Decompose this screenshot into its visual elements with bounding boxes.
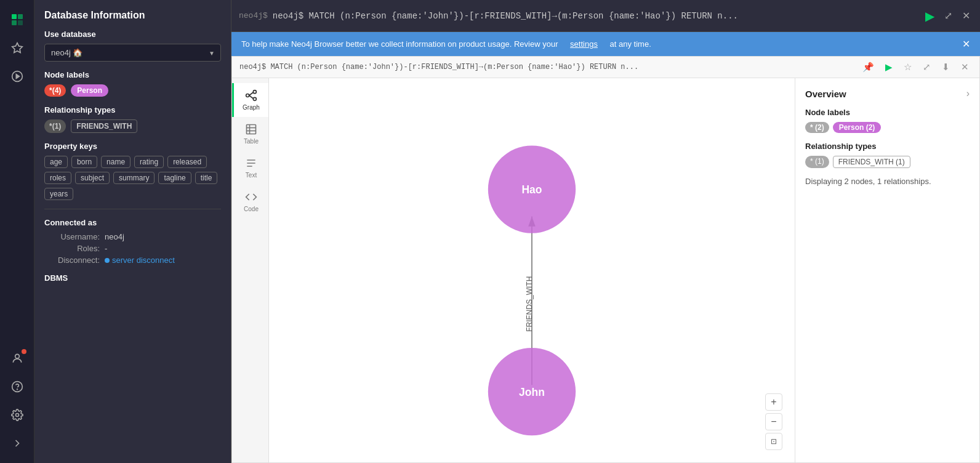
logo-icon[interactable] xyxy=(5,7,30,32)
tab-text-label: Text xyxy=(246,172,257,179)
svg-text:FRIENDS_WITH: FRIENDS_WITH xyxy=(525,276,534,332)
tab-code[interactable]: Code xyxy=(232,185,268,219)
tab-table[interactable]: Table xyxy=(232,117,268,151)
tab-graph-label: Graph xyxy=(243,104,260,111)
database-select[interactable]: neo4j 🏠 xyxy=(44,44,221,62)
tab-code-label: Code xyxy=(244,206,259,212)
connected-as-info: Username: neo4j Roles: - Disconnect: ser… xyxy=(44,232,221,265)
roles-label: Roles: xyxy=(44,244,100,253)
prop-years[interactable]: years xyxy=(44,188,73,200)
ov-node-badges: * (2) Person (2) xyxy=(805,122,970,133)
svg-rect-1 xyxy=(18,14,23,19)
tab-table-label: Table xyxy=(244,138,259,145)
username-label: Username: xyxy=(44,232,100,241)
run-query-button[interactable]: ▶ xyxy=(923,6,937,26)
prop-age[interactable]: age xyxy=(44,156,68,168)
close-result-button[interactable]: ✕ xyxy=(958,60,972,74)
result-toolbar: neo4j$ MATCH (n:Person {name:'John'})-[r… xyxy=(232,57,979,78)
back-icon[interactable] xyxy=(5,431,30,456)
ov-rel-count-badge[interactable]: * (1) xyxy=(805,156,829,168)
prop-name[interactable]: name xyxy=(101,156,131,168)
node-person-badge[interactable]: Person xyxy=(71,84,108,97)
svg-point-10 xyxy=(15,414,18,417)
banner-text: To help make Neo4j Browser better we col… xyxy=(241,39,558,49)
tab-graph[interactable]: Graph xyxy=(232,83,268,117)
rel-name-badge[interactable]: FRIENDS_WITH xyxy=(71,119,137,133)
bookmark-button[interactable]: ☆ xyxy=(901,60,915,74)
query-input[interactable] xyxy=(273,11,918,21)
display-info: Displaying 2 nodes, 1 relationships. xyxy=(805,177,970,186)
svg-point-13 xyxy=(253,97,256,100)
svg-point-9 xyxy=(17,389,17,390)
property-keys-title: Property keys xyxy=(44,142,221,151)
connected-as-title: Connected as xyxy=(44,218,221,227)
svg-rect-0 xyxy=(12,14,17,19)
expand-result-button[interactable]: ⤢ xyxy=(920,60,934,74)
prop-roles[interactable]: roles xyxy=(44,172,71,184)
prop-tagline[interactable]: tagline xyxy=(158,172,191,184)
rel-count-badge[interactable]: *(1) xyxy=(44,119,66,133)
node-labels-container: *(4) Person xyxy=(44,84,221,97)
main-content: neo4j$ ▶ ⤢ ✕ To help make Neo4j Browser … xyxy=(231,0,980,463)
help-icon[interactable] xyxy=(5,374,30,399)
close-query-button[interactable]: ✕ xyxy=(960,7,973,24)
dbms-label: DBMS xyxy=(44,273,221,283)
ov-node-person-badge[interactable]: Person (2) xyxy=(833,122,882,133)
prop-title[interactable]: title xyxy=(195,172,218,184)
play-circle-icon[interactable] xyxy=(5,64,30,89)
download-button[interactable]: ⬇ xyxy=(939,60,953,74)
prop-born[interactable]: born xyxy=(71,156,97,168)
zoom-in-button[interactable]: + xyxy=(765,393,782,411)
svg-rect-16 xyxy=(247,125,256,134)
svg-marker-4 xyxy=(12,43,22,53)
prop-rating[interactable]: rating xyxy=(134,156,164,168)
banner-settings-link[interactable]: settings xyxy=(570,39,598,49)
close-banner-button[interactable]: ✕ xyxy=(962,38,970,50)
prop-summary[interactable]: summary xyxy=(113,172,155,184)
disconnect-label: Disconnect: xyxy=(44,256,100,265)
query-prompt: neo4j$ xyxy=(239,11,268,20)
zoom-out-button[interactable]: − xyxy=(765,413,782,430)
graph-svg: FRIENDS_WITH Hao John xyxy=(269,78,795,462)
expand-button[interactable]: ⤢ xyxy=(942,7,955,24)
panel-title: Database Information xyxy=(44,10,221,21)
result-panel: neo4j$ MATCH (n:Person {name:'John'})-[r… xyxy=(231,56,980,463)
ov-rel-name-badge[interactable]: FRIENDS_WITH (1) xyxy=(833,156,910,168)
database-info-panel: Database Information Use database neo4j … xyxy=(34,0,231,463)
ov-node-labels-title: Node labels xyxy=(805,108,970,117)
fit-button[interactable]: ⊡ xyxy=(765,433,782,450)
node-count-badge[interactable]: *(4) xyxy=(44,84,66,97)
settings-icon[interactable] xyxy=(5,403,30,427)
overview-title: Overview xyxy=(805,89,846,99)
svg-marker-6 xyxy=(16,74,19,79)
play-result-button[interactable]: ▶ xyxy=(882,60,896,74)
graph-container: Graph Table Text xyxy=(232,78,979,462)
banner-text-after: at any time. xyxy=(610,39,651,49)
svg-line-14 xyxy=(249,92,254,95)
graph-visualization[interactable]: FRIENDS_WITH Hao John + − ⊡ xyxy=(269,78,795,462)
panel-header: Overview › xyxy=(805,88,970,99)
use-database-label: Use database xyxy=(44,30,221,39)
sidebar-icons xyxy=(0,0,34,463)
svg-text:John: John xyxy=(519,386,545,398)
property-keys-container: age born name rating released roles subj… xyxy=(44,156,221,200)
user-alert-icon[interactable] xyxy=(5,346,30,371)
prop-released[interactable]: released xyxy=(167,156,207,168)
svg-point-7 xyxy=(15,354,19,358)
pin-button[interactable]: 📌 xyxy=(859,60,877,74)
ov-rel-types-title: Relationship types xyxy=(805,142,970,151)
prop-subject[interactable]: subject xyxy=(75,172,110,184)
ov-node-count-badge[interactable]: * (2) xyxy=(805,122,829,133)
relationship-types-title: Relationship types xyxy=(44,105,221,115)
star-icon[interactable] xyxy=(5,36,30,60)
overview-panel: Overview › Node labels * (2) Person (2) … xyxy=(795,78,979,462)
collapse-overview-button[interactable]: › xyxy=(966,88,970,99)
svg-rect-3 xyxy=(18,20,23,25)
disconnect-link[interactable]: server disconnect xyxy=(105,256,175,265)
roles-value: - xyxy=(105,244,107,253)
query-bar: neo4j$ ▶ ⤢ ✕ xyxy=(231,0,980,32)
tab-text[interactable]: Text xyxy=(232,151,268,185)
svg-point-11 xyxy=(246,94,249,97)
zoom-controls: + − ⊡ xyxy=(765,393,782,450)
view-tabs: Graph Table Text xyxy=(232,78,269,462)
